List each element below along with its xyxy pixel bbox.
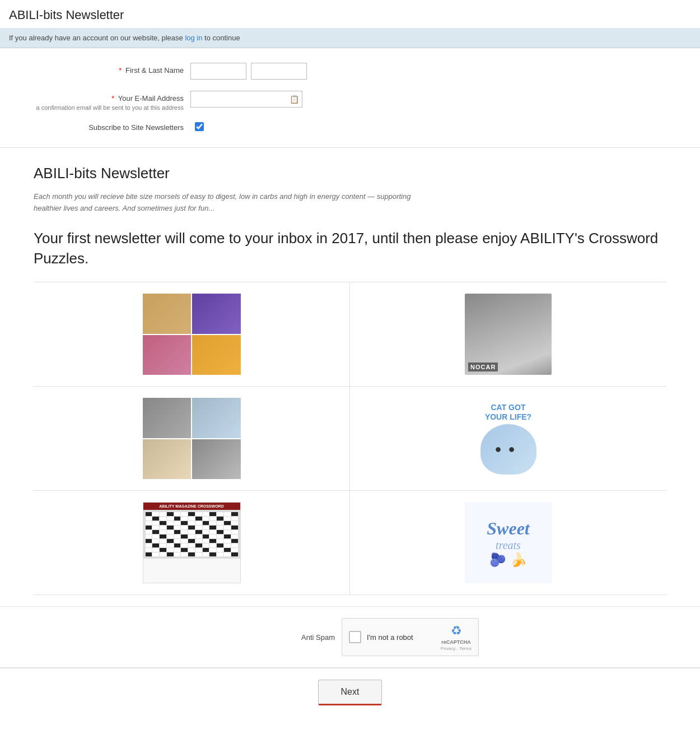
name-label: First & Last Name — [125, 66, 184, 75]
login-link[interactable]: log in — [185, 34, 202, 42]
anti-spam-row: Anti Spam I'm not a robot ♻ reCAPTCHA Pr… — [221, 618, 479, 656]
email-icon: 📋 — [290, 95, 299, 104]
orch-cell-4 — [192, 439, 241, 480]
name-row: * First & Last Name — [0, 57, 700, 85]
login-notice-text: If you already have an account on our we… — [9, 34, 183, 42]
sweet-treats-image: Sweet treats 🫐 🍌 — [465, 502, 552, 583]
login-notice: If you already have an account on our we… — [0, 28, 700, 48]
cat-container: CAT GOTYOUR LIFE? ●● — [480, 403, 536, 475]
next-button-section: Next — [0, 668, 700, 717]
newsletter-section: ABILI-bits Newsletter Each month you wil… — [0, 148, 700, 607]
sweet-icons: 🫐 🍌 — [487, 552, 529, 568]
email-sublabel: a confirmation email will be sent to you… — [11, 104, 184, 111]
nocar-image: NOCAR — [465, 294, 552, 375]
cat-title: CAT GOTYOUR LIFE? — [485, 403, 531, 422]
image-cell-nocar: NOCAR — [350, 282, 666, 387]
recaptcha-left: I'm not a robot — [349, 631, 413, 643]
name-section: * First & Last Name * Your E-Mail Addres… — [0, 48, 700, 148]
login-suffix: to continue — [204, 34, 240, 42]
anti-spam-section: Anti Spam I'm not a robot ♻ reCAPTCHA Pr… — [0, 607, 700, 667]
recaptcha-logo-icon: ♻ — [451, 624, 462, 638]
required-star: * — [119, 66, 122, 75]
crossword-image: ABILITY MAGAZINE CROSSWORD — [143, 502, 241, 583]
subscribe-checkbox[interactable] — [195, 122, 204, 131]
newsletter-description: Each month you will recieve bite size mo… — [34, 191, 414, 215]
mosaic-cell-3 — [143, 335, 192, 375]
sweet-treats-content: Sweet treats 🫐 🍌 — [487, 518, 529, 568]
next-button[interactable]: Next — [318, 680, 382, 705]
newsletter-title: ABILI-bits Newsletter — [34, 165, 666, 182]
email-field-wrapper: 📋 — [190, 91, 302, 108]
page-title: ABILI-bits Newsletter — [0, 0, 700, 28]
first-name-input[interactable] — [190, 63, 246, 80]
image-grid: NOCAR CAT GOTYOUR LIFE? ●● ABIL — [34, 282, 666, 595]
image-cell-fashion — [34, 282, 350, 387]
recaptcha-not-robot: I'm not a robot — [367, 633, 413, 642]
subscribe-label: Subscribe to Site Newsletters — [11, 123, 190, 132]
orch-cell-2 — [192, 398, 241, 438]
recaptcha-right: ♻ reCAPTCHA Privacy - Terms — [441, 624, 472, 651]
email-input-col: 📋 — [190, 91, 302, 108]
recaptcha-brand: reCAPTCHA — [441, 639, 471, 645]
required-star-email: * — [111, 94, 114, 103]
crossword-header: ABILITY MAGAZINE CROSSWORD — [143, 503, 240, 510]
recaptcha-links: Privacy - Terms — [441, 646, 472, 651]
mosaic-cell-2 — [192, 294, 241, 334]
cat-eyes: ●● — [494, 443, 521, 456]
fashion-mosaic — [143, 294, 241, 375]
name-inputs — [190, 63, 307, 80]
mosaic-cell-1 — [143, 294, 192, 334]
orch-cell-3 — [143, 439, 192, 480]
sweet-text: Sweet — [487, 518, 529, 539]
image-cell-sweet: Sweet treats 🫐 🍌 — [350, 491, 666, 595]
image-cell-crossword: ABILITY MAGAZINE CROSSWORD — [34, 491, 350, 595]
orch-cell-1 — [143, 398, 192, 438]
nocar-label: NOCAR — [468, 363, 498, 371]
subscribe-row: Subscribe to Site Newsletters — [0, 117, 700, 138]
recaptcha-checkbox[interactable] — [349, 631, 361, 643]
email-input[interactable] — [190, 91, 302, 108]
cat-drawing: ●● — [480, 424, 536, 475]
email-label: Your E-Mail Address — [118, 94, 184, 103]
recaptcha-box: I'm not a robot ♻ reCAPTCHA Privacy - Te… — [342, 618, 479, 656]
email-row: * Your E-Mail Address a confirmation ema… — [0, 85, 700, 117]
image-cell-cat: CAT GOTYOUR LIFE? ●● — [350, 387, 666, 491]
orchestra-mosaic — [143, 398, 241, 479]
email-label-col: * Your E-Mail Address a confirmation ema… — [11, 91, 190, 111]
image-cell-orchestra — [34, 387, 350, 491]
name-label-col: * First & Last Name — [11, 63, 190, 75]
mosaic-cell-4 — [192, 335, 241, 375]
treats-text: treats — [487, 539, 529, 552]
last-name-input[interactable] — [251, 63, 307, 80]
anti-spam-label: Anti Spam — [301, 633, 335, 642]
crossword-grid — [143, 510, 240, 559]
newsletter-headline: Your first newsletter will come to your … — [34, 228, 666, 269]
